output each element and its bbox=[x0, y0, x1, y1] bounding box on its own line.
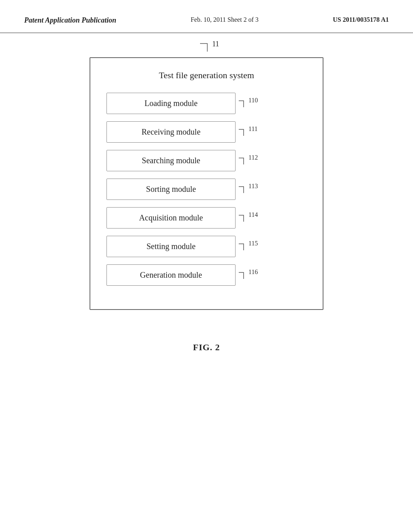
module-row: Searching module112 bbox=[106, 150, 307, 171]
module-ref-113: 113 bbox=[248, 183, 258, 190]
module-row: Receiving module111 bbox=[106, 121, 307, 143]
module-ref-116: 116 bbox=[248, 268, 258, 276]
bracket-11-icon bbox=[198, 40, 211, 52]
bracket-icon bbox=[238, 214, 245, 222]
bracket-icon bbox=[238, 271, 245, 280]
module-ref-110: 110 bbox=[248, 97, 258, 104]
module-row: Generation module116 bbox=[106, 264, 307, 286]
module-row: Sorting module113 bbox=[106, 179, 307, 200]
date-sheet-label: Feb. 10, 2011 Sheet 2 of 3 bbox=[191, 16, 259, 23]
patent-number-label: US 2011/0035178 A1 bbox=[333, 16, 389, 23]
bracket-icon bbox=[238, 99, 245, 108]
module-box-110: Loading module bbox=[106, 93, 236, 114]
bracket-icon bbox=[238, 128, 245, 137]
module-ref-115: 115 bbox=[248, 240, 258, 247]
system-title: Test file generation system bbox=[106, 70, 307, 81]
module-row: Setting module115 bbox=[106, 236, 307, 257]
system-ref-number: 11 bbox=[212, 40, 219, 48]
module-row: Acquisition module114 bbox=[106, 207, 307, 229]
diagram-container: 11 Test file generation system Loading m… bbox=[90, 57, 323, 310]
main-content: 11 Test file generation system Loading m… bbox=[0, 33, 413, 353]
page-header: Patent Application Publication Feb. 10, … bbox=[0, 0, 413, 33]
module-box-113: Sorting module bbox=[106, 179, 236, 200]
module-box-112: Searching module bbox=[106, 150, 236, 171]
module-row: Loading module110 bbox=[106, 93, 307, 114]
module-box-116: Generation module bbox=[106, 264, 236, 286]
module-box-111: Receiving module bbox=[106, 121, 236, 143]
module-box-115: Setting module bbox=[106, 236, 236, 257]
bracket-icon bbox=[238, 242, 245, 251]
bracket-icon bbox=[238, 185, 245, 194]
module-box-114: Acquisition module bbox=[106, 207, 236, 229]
module-ref-111: 111 bbox=[248, 125, 258, 133]
modules-container: Loading module110Receiving module111Sear… bbox=[106, 93, 307, 286]
module-ref-114: 114 bbox=[248, 211, 258, 218]
publication-label: Patent Application Publication bbox=[24, 16, 116, 25]
figure-label: FIG. 2 bbox=[193, 342, 220, 353]
outer-system-box: Test file generation system Loading modu… bbox=[90, 57, 323, 310]
bracket-icon bbox=[238, 156, 245, 165]
module-ref-112: 112 bbox=[248, 154, 258, 161]
